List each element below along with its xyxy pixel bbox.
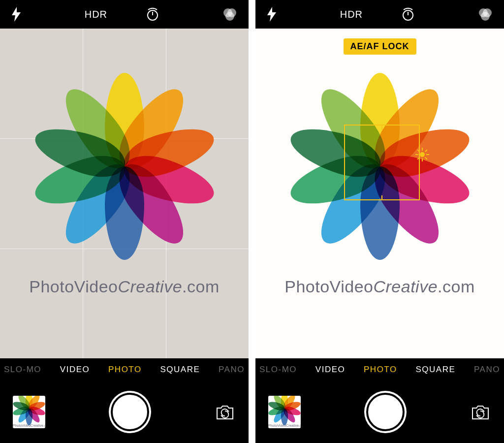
- focus-indicator[interactable]: [344, 125, 420, 200]
- timer-icon[interactable]: [401, 7, 415, 22]
- mode-pano[interactable]: PANO: [219, 365, 245, 375]
- svg-point-3: [225, 12, 234, 21]
- ae-af-lock-badge: AE/AF LOCK: [344, 38, 416, 55]
- mode-pano[interactable]: PANO: [474, 365, 500, 375]
- subject-logo: [36, 78, 213, 255]
- flash-icon[interactable]: [11, 7, 22, 22]
- bottom-controls: PhotoVideoCreative.com: [0, 381, 249, 443]
- exposure-sun-icon[interactable]: [417, 149, 428, 160]
- filters-icon[interactable]: [222, 7, 238, 21]
- filters-icon[interactable]: [477, 7, 493, 21]
- camera-screen-right: HDR PhotoVideoCreative.com AE/AF LOCK: [255, 0, 504, 443]
- bottom-controls: PhotoVideoCreative.com: [255, 381, 504, 443]
- svg-point-7: [481, 12, 490, 21]
- last-photo-thumbnail[interactable]: PhotoVideoCreative.com: [268, 396, 301, 428]
- mode-video[interactable]: VIDEO: [60, 365, 90, 375]
- timer-icon[interactable]: [145, 7, 160, 22]
- mode-square[interactable]: SQUARE: [415, 365, 455, 375]
- mode-photo[interactable]: PHOTO: [364, 365, 397, 375]
- watermark-text: PhotoVideoCreative.com: [0, 277, 249, 296]
- hdr-toggle[interactable]: HDR: [85, 9, 107, 20]
- viewfinder[interactable]: PhotoVideoCreative.com: [0, 29, 249, 358]
- camera-screen-left: HDR PhotoVideoCreative.com SLO-MOVIDEOPH…: [0, 0, 249, 443]
- last-photo-thumbnail[interactable]: PhotoVideoCreative.com: [13, 396, 45, 428]
- top-controls: HDR: [0, 0, 249, 29]
- mode-selector[interactable]: SLO-MOVIDEOPHOTOSQUAREPANO: [255, 358, 504, 381]
- flash-icon[interactable]: [266, 7, 277, 22]
- hdr-toggle[interactable]: HDR: [340, 9, 363, 20]
- camera-switch-icon[interactable]: [214, 401, 236, 423]
- top-controls: HDR: [255, 0, 504, 29]
- mode-slo-mo[interactable]: SLO-MO: [4, 365, 41, 375]
- mode-video[interactable]: VIDEO: [315, 365, 345, 375]
- mode-selector[interactable]: SLO-MOVIDEOPHOTOSQUAREPANO: [0, 358, 249, 381]
- viewfinder[interactable]: PhotoVideoCreative.com AE/AF LOCK: [255, 29, 504, 358]
- shutter-button[interactable]: [109, 391, 151, 433]
- watermark-text: PhotoVideoCreative.com: [255, 277, 504, 296]
- mode-slo-mo[interactable]: SLO-MO: [259, 365, 297, 375]
- camera-switch-icon[interactable]: [470, 401, 491, 423]
- shutter-button[interactable]: [364, 391, 407, 433]
- mode-square[interactable]: SQUARE: [160, 365, 200, 375]
- mode-photo[interactable]: PHOTO: [108, 365, 142, 375]
